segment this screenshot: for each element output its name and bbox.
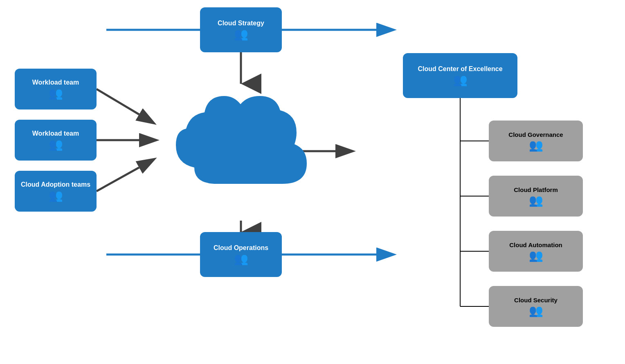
cloud-center-icon: 👥: [453, 74, 468, 86]
cloud-center-box: Cloud Center of Excellence 👥: [403, 53, 517, 98]
cloud-automation-icon: 👥: [529, 250, 543, 261]
workload-team-1-box: Workload team 👥: [15, 69, 97, 109]
cloud-governance-icon: 👥: [529, 140, 543, 151]
cloud-governance-label: Cloud Governance: [508, 131, 563, 138]
cloud-platform-label: Cloud Platform: [514, 186, 558, 193]
cloud-security-icon: 👥: [529, 305, 543, 317]
workload-team-2-box: Workload team 👥: [15, 120, 97, 161]
cloud-adoption-label: Cloud Adoption teams: [21, 181, 90, 188]
cloud-adoption-box: Cloud Adoption teams 👥: [15, 171, 97, 212]
cloud-shape: [164, 78, 319, 208]
cloud-center-label: Cloud Center of Excellence: [418, 65, 502, 73]
cloud-strategy-label: Cloud Strategy: [218, 20, 264, 27]
cloud-security-label: Cloud Security: [514, 297, 558, 304]
workload1-arrow: [97, 89, 139, 114]
workload-team-2-label: Workload team: [32, 130, 79, 137]
adoption-arrow: [97, 167, 139, 191]
cloud-automation-box: Cloud Automation 👥: [489, 231, 583, 272]
workload-team-1-icon: 👥: [49, 88, 63, 99]
cloud-strategy-box: Cloud Strategy 👥: [200, 7, 282, 52]
cloud-platform-icon: 👥: [529, 195, 543, 206]
cloud-platform-box: Cloud Platform 👥: [489, 176, 583, 217]
workload-team-1-label: Workload team: [32, 79, 79, 86]
workload-team-2-icon: 👥: [49, 139, 63, 150]
cloud-operations-icon: 👥: [234, 253, 248, 265]
cloud-adoption-icon: 👥: [49, 190, 63, 201]
cloud-automation-label: Cloud Automation: [509, 241, 562, 248]
cloud-operations-box: Cloud Operations 👥: [200, 232, 282, 277]
cloud-security-box: Cloud Security 👥: [489, 286, 583, 327]
diagram: Cloud Strategy 👥 Workload team 👥 Workloa…: [0, 0, 625, 364]
cloud-strategy-icon: 👥: [234, 29, 248, 40]
cloud-governance-box: Cloud Governance 👥: [489, 121, 583, 161]
cloud-operations-label: Cloud Operations: [214, 244, 268, 252]
